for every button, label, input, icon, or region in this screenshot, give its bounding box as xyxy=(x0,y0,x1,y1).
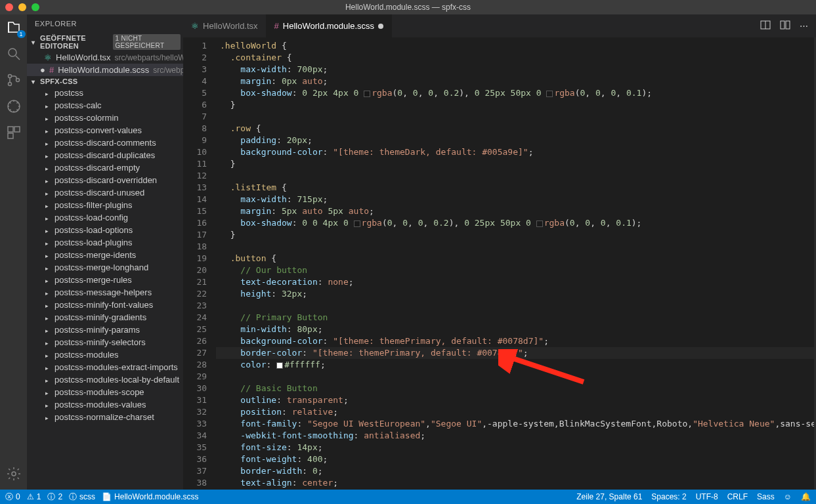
debug-icon[interactable] xyxy=(6,98,22,114)
code-line[interactable] xyxy=(216,241,816,253)
tree-folder[interactable]: postcss-message-helpers xyxy=(27,286,183,299)
project-header[interactable]: SPFX-CSS xyxy=(27,76,183,87)
code-line[interactable]: // Primary Button xyxy=(216,312,816,324)
code-line[interactable]: .button { xyxy=(216,253,816,264)
code-line[interactable]: box-shadow: 0 0 4px 0 rgba(0, 0, 0, 0.2)… xyxy=(216,217,816,229)
code-line[interactable]: position: relative; xyxy=(216,406,816,418)
more-actions-icon[interactable]: ⋯ xyxy=(800,21,808,31)
code-line[interactable]: border-color: "[theme: themePrimary, def… xyxy=(216,347,816,359)
code-line[interactable] xyxy=(216,170,816,182)
folder-name: postcss-minify-selectors xyxy=(54,337,146,347)
tree-folder[interactable]: postcss-minify-font-values xyxy=(27,299,183,311)
code-editor[interactable]: 1234567891011121314151617181920212223242… xyxy=(183,37,816,490)
status-file[interactable]: 📄 HelloWorld.module.scss xyxy=(102,492,199,501)
code-line[interactable]: .container { xyxy=(216,52,816,64)
code-line[interactable]: text-decoration: none; xyxy=(216,276,816,288)
tree-folder[interactable]: postcss-filter-plugins xyxy=(27,199,183,211)
status-feedback-icon[interactable]: ☺ xyxy=(784,492,792,501)
tree-folder[interactable]: postcss-discard-duplicates xyxy=(27,149,183,161)
sidebar-title: EXPLORER xyxy=(27,14,183,33)
tree-folder[interactable]: postcss-modules-scope xyxy=(27,386,183,398)
split-editor-icon[interactable] xyxy=(760,20,771,32)
tree-folder[interactable]: postcss-merge-rules xyxy=(27,274,183,286)
tree-folder[interactable]: postcss-discard-empty xyxy=(27,161,183,174)
status-scss[interactable]: ⓘ scss xyxy=(69,492,95,503)
code-line[interactable]: .row { xyxy=(216,123,816,135)
editor-tab[interactable]: #HelloWorld.module.scss xyxy=(267,14,392,37)
tree-folder[interactable]: postcss-minify-selectors xyxy=(27,336,183,348)
tree-folder[interactable]: postcss-convert-values xyxy=(27,124,183,136)
code-line[interactable]: } xyxy=(216,158,816,170)
open-editors-header[interactable]: GEÖFFNETE EDITOREN 1 NICHT GESPEICHERT xyxy=(27,33,183,51)
code-line[interactable]: outline: transparent; xyxy=(216,394,816,406)
status-infos[interactable]: ⓘ 2 xyxy=(47,492,62,503)
status-bell-icon[interactable]: 🔔 xyxy=(801,492,811,501)
open-editor-item[interactable]: ⚛HelloWorld.tsx src/webparts/helloWor… xyxy=(27,51,183,64)
code-line[interactable]: border-width: 0; xyxy=(216,465,816,477)
code-line[interactable]: margin: 5px auto 5px auto; xyxy=(216,205,816,217)
extensions-icon[interactable] xyxy=(6,125,22,140)
status-warnings[interactable]: ⚠ 1 xyxy=(27,492,41,501)
code-line[interactable]: background-color: "[theme: themeDark, de… xyxy=(216,146,816,158)
tree-folder[interactable]: postcss-normalize-charset xyxy=(27,411,183,423)
code-line[interactable] xyxy=(216,111,816,123)
file-name: HelloWorld.tsx xyxy=(56,52,111,62)
tree-folder[interactable]: postcss-discard-overridden xyxy=(27,174,183,186)
tree-folder[interactable]: postcss-calc xyxy=(27,99,183,112)
tree-folder[interactable]: postcss-load-plugins xyxy=(27,236,183,249)
settings-gear-icon[interactable] xyxy=(6,466,22,482)
tree-folder[interactable]: postcss-minify-params xyxy=(27,324,183,336)
code-line[interactable]: height: 32px; xyxy=(216,288,816,300)
status-language[interactable]: Sass xyxy=(757,492,775,501)
open-editor-item[interactable]: ●#HelloWorld.module.scss src/webpart… xyxy=(27,64,183,76)
code-line[interactable]: margin: 0px auto; xyxy=(216,75,816,87)
code-line[interactable]: -webkit-font-smoothing: antialiased; xyxy=(216,430,816,442)
code-line[interactable]: // Our button xyxy=(216,264,816,276)
code-line[interactable]: box-shadow: 0 2px 4px 0 rgba(0, 0, 0, 0.… xyxy=(216,87,816,99)
tree-folder[interactable]: postcss-merge-idents xyxy=(27,249,183,261)
editor-layout-icon[interactable] xyxy=(780,20,790,32)
code-line[interactable]: font-weight: 400; xyxy=(216,453,816,465)
code-line[interactable]: min-width: 80px; xyxy=(216,324,816,335)
code-line[interactable]: color: #ffffff; xyxy=(216,359,816,371)
editor-tab[interactable]: ⚛HelloWorld.tsx xyxy=(183,14,267,37)
code-line[interactable]: text-align: center; xyxy=(216,477,816,489)
code-line[interactable] xyxy=(216,371,816,383)
code-line[interactable]: .listItem { xyxy=(216,182,816,194)
code-line[interactable]: font-size: 14px; xyxy=(216,442,816,453)
tree-folder[interactable]: postcss-merge-longhand xyxy=(27,261,183,274)
tree-folder[interactable]: postcss-discard-comments xyxy=(27,136,183,149)
code-line[interactable]: // Basic Button xyxy=(216,383,816,394)
status-cursor[interactable]: Zeile 27, Spalte 61 xyxy=(576,492,642,501)
code-line[interactable]: max-width: 715px; xyxy=(216,194,816,205)
code-line[interactable]: background-color: "[theme: themePrimary,… xyxy=(216,335,816,347)
source-control-icon[interactable] xyxy=(6,72,22,88)
code-line[interactable]: padding: 20px; xyxy=(216,135,816,146)
status-eol[interactable]: CRLF xyxy=(727,492,748,501)
search-icon[interactable] xyxy=(6,46,22,62)
folder-name: postcss-discard-empty xyxy=(54,163,140,173)
tree-folder[interactable]: postcss-discard-unused xyxy=(27,186,183,199)
code-line[interactable]: max-width: 700px; xyxy=(216,64,816,75)
tree-folder[interactable]: postcss-minify-gradients xyxy=(27,311,183,324)
code-line[interactable]: font-family: "Segoe UI WestEuropean","Se… xyxy=(216,418,816,430)
chevron-right-icon xyxy=(43,238,51,247)
tree-folder[interactable]: postcss-modules-values xyxy=(27,398,183,411)
tree-folder[interactable]: postcss-load-options xyxy=(27,224,183,236)
status-encoding[interactable]: UTF-8 xyxy=(696,492,718,501)
status-spaces[interactable]: Spaces: 2 xyxy=(651,492,686,501)
code-line[interactable] xyxy=(216,300,816,312)
status-errors[interactable]: ⓧ 0 xyxy=(5,492,20,503)
chevron-right-icon xyxy=(43,150,51,160)
tree-folder[interactable]: postcss-modules xyxy=(27,348,183,361)
explorer-icon[interactable]: 1 xyxy=(6,20,22,35)
tree-folder[interactable]: postcss-modules-extract-imports xyxy=(27,361,183,373)
code-content[interactable]: .helloWorld { .container { max-width: 70… xyxy=(216,37,816,490)
code-line[interactable]: .helloWorld { xyxy=(216,40,816,52)
code-line[interactable]: } xyxy=(216,229,816,241)
tree-folder[interactable]: postcss-load-config xyxy=(27,211,183,224)
code-line[interactable]: } xyxy=(216,99,816,111)
tree-folder[interactable]: postcss-modules-local-by-default xyxy=(27,373,183,386)
tree-folder[interactable]: postcss xyxy=(27,87,183,99)
tree-folder[interactable]: postcss-colormin xyxy=(27,112,183,124)
